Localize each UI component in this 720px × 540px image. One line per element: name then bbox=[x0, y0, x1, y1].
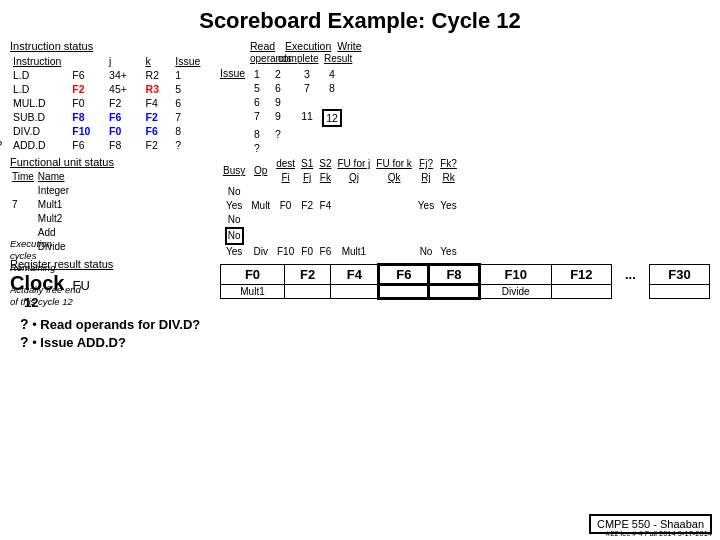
instr-j: F0 bbox=[106, 124, 142, 138]
instr-issue: 1 bbox=[172, 68, 220, 82]
fu-time bbox=[10, 184, 36, 198]
fi-val bbox=[273, 213, 298, 227]
instr-issue: ? bbox=[172, 138, 220, 152]
exec-val bbox=[292, 95, 322, 109]
reg-f30: F30 bbox=[649, 265, 709, 285]
rj-val bbox=[415, 185, 437, 199]
page: Scoreboard Example: Cycle 12 Instruction… bbox=[0, 0, 720, 540]
rw-row: 8 ? bbox=[250, 127, 342, 141]
issue-val: 1 bbox=[250, 67, 264, 81]
table-row: L.D F6 34+ R2 1 bbox=[10, 68, 220, 82]
qk-val bbox=[373, 213, 415, 227]
actually-free-label: Actually free endof this cycle 12 bbox=[10, 284, 118, 308]
rw-row: 5 6 7 8 bbox=[250, 81, 342, 95]
instruction-table: Instruction j k Issue L.D F6 34+ R2 1 L.… bbox=[10, 54, 220, 152]
op-val bbox=[248, 227, 273, 245]
busy-val: No bbox=[220, 185, 248, 199]
reg-f8: F8 bbox=[429, 265, 479, 285]
instr-issue: 8 bbox=[172, 124, 220, 138]
no-box: No bbox=[225, 227, 244, 245]
reg-f2: F2 bbox=[285, 265, 331, 285]
fi-val bbox=[273, 185, 298, 199]
op-val bbox=[248, 185, 273, 199]
reg-val-f4 bbox=[331, 285, 379, 299]
instr-j: 34+ bbox=[106, 68, 142, 82]
op-val bbox=[248, 213, 273, 227]
rw-data-cols: 1 2 3 4 5 6 7 8 6 9 bbox=[250, 67, 342, 155]
issue-val: ? bbox=[250, 141, 264, 155]
right-column: Read Execution Write operands complete R… bbox=[220, 40, 710, 310]
reg-f0: F0 bbox=[221, 265, 285, 285]
instr-reg: F6 bbox=[69, 138, 106, 152]
reg-f10: F10 bbox=[479, 265, 551, 285]
question-2: ? • Issue ADD.D? bbox=[20, 334, 710, 350]
exec-val: 7 bbox=[292, 81, 322, 95]
instr-name: L.D bbox=[10, 82, 69, 96]
instr-issue: 5 bbox=[172, 82, 220, 96]
instr-col-header: Instruction bbox=[10, 54, 106, 68]
instr-k: R3 bbox=[143, 82, 173, 96]
rj-val bbox=[415, 227, 437, 245]
instr-reg: F0 bbox=[69, 96, 106, 110]
qj-val bbox=[335, 227, 374, 245]
question-1: ? • Read operands for DIV.D? bbox=[20, 316, 710, 332]
instr-k: F2 bbox=[143, 138, 173, 152]
rj-val bbox=[415, 213, 437, 227]
qk-val bbox=[373, 245, 415, 259]
instruction-status-section: Instruction status Instruction j k Issue… bbox=[10, 40, 220, 152]
j-col-header: j bbox=[106, 54, 142, 68]
issue-val: 7 bbox=[250, 109, 264, 127]
reg-dots: ... bbox=[611, 265, 649, 285]
instr-k: R2 bbox=[143, 68, 173, 82]
exec-remaining-container: ExecutioncyclesRemaining bbox=[10, 238, 118, 274]
dest-header: destFi bbox=[273, 157, 298, 185]
instr-reg: F2 bbox=[69, 82, 106, 96]
rw-row: 1 2 3 4 bbox=[250, 67, 342, 81]
rk-val bbox=[437, 185, 460, 199]
instr-j: 45+ bbox=[106, 82, 142, 96]
read-val: 9 bbox=[264, 95, 292, 109]
rw-row: 6 9 bbox=[250, 95, 342, 109]
result-header: Result bbox=[324, 53, 352, 64]
write-val bbox=[322, 141, 342, 155]
fu-data-row: No bbox=[220, 185, 460, 199]
fu-time: 7 bbox=[10, 198, 36, 212]
table-row: L.D F2 45+ R3 5 bbox=[10, 82, 220, 96]
fj-val bbox=[298, 213, 316, 227]
rw-row: ? bbox=[250, 141, 342, 155]
issue-question-label: Issue ? bbox=[0, 138, 2, 152]
read-val: 2 bbox=[264, 67, 292, 81]
qk-val bbox=[373, 199, 415, 213]
write-val: 4 bbox=[322, 67, 342, 81]
fu-section-title: Functional unit status bbox=[10, 156, 220, 168]
issue-val: 5 bbox=[250, 81, 264, 95]
write-val: 8 bbox=[322, 81, 342, 95]
fj-val bbox=[298, 227, 316, 245]
rk-val: Yes bbox=[437, 199, 460, 213]
reg-val-dots bbox=[611, 285, 649, 299]
fuk-header: FU for kQk bbox=[373, 157, 415, 185]
read-val: 6 bbox=[264, 81, 292, 95]
fu-data-row: Yes Mult F0 F2 F4 Yes Yes bbox=[220, 199, 460, 213]
instr-name: L.D bbox=[10, 68, 69, 82]
fu-data-row: Yes Div F10 F0 F6 Mult1 No Yes bbox=[220, 245, 460, 259]
reg-val-f6 bbox=[379, 285, 429, 299]
table-row: SUB.D F8 F6 F2 7 bbox=[10, 110, 220, 124]
rk-val: Yes bbox=[437, 245, 460, 259]
reg-val-f2 bbox=[285, 285, 331, 299]
fu-data-row: No bbox=[220, 227, 460, 245]
reg-val-f8 bbox=[429, 285, 479, 299]
main-content: Instruction status Instruction j k Issue… bbox=[10, 40, 710, 310]
write-val bbox=[322, 95, 342, 109]
instr-name: SUB.D bbox=[10, 110, 69, 124]
fi-val: F0 bbox=[273, 199, 298, 213]
rk-val bbox=[437, 227, 460, 245]
reg-result-table: F0 F2 F4 F6 F8 F10 F12 ... F30 Mult1 bbox=[220, 263, 710, 300]
time-header: Time bbox=[10, 170, 36, 184]
qj-val bbox=[335, 213, 374, 227]
fk-val bbox=[316, 227, 334, 245]
s1-header: S1Fj bbox=[298, 157, 316, 185]
busy-val: No bbox=[220, 227, 248, 245]
table-row: DIV.D F10 F0 F6 8 bbox=[10, 124, 220, 138]
fi-val: F10 bbox=[273, 245, 298, 259]
